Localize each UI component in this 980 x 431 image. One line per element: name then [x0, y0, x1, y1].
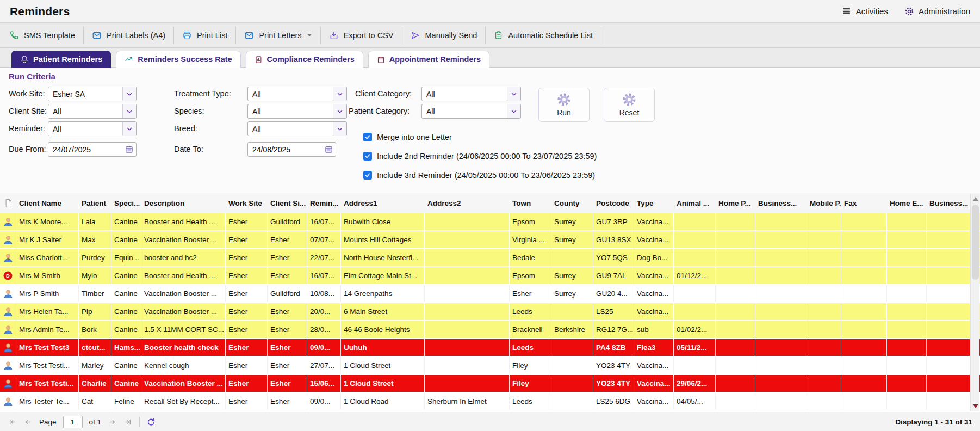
client-site-select[interactable]: All [48, 104, 137, 119]
previous-page-button[interactable] [23, 417, 33, 427]
table-row[interactable]: Mrs P SmithTimberCanineVaccination Boost… [0, 285, 980, 303]
column-header[interactable]: Client Name [16, 193, 79, 213]
column-header[interactable]: Speci... [111, 193, 141, 213]
table-row[interactable]: Mrs Admin Te...BorkCanine1.5 X 11MM CORT… [0, 321, 980, 339]
date-to-input[interactable] [248, 145, 321, 154]
chevron-down-icon[interactable] [122, 87, 136, 101]
print-list-button[interactable]: Print List [174, 27, 236, 44]
table-row[interactable]: Mrs Helen Ta...PipCanineVaccination Boos… [0, 303, 980, 321]
column-header[interactable]: Client Si... [268, 193, 307, 213]
table-cell: Dog Bo... [634, 249, 674, 266]
run-button[interactable]: Run [538, 88, 590, 122]
activities-button[interactable]: Activities [841, 6, 888, 16]
include-3rd-reminder-checkbox[interactable]: Include 3rd Reminder (24/05/2025 00:00 T… [363, 171, 595, 180]
column-header[interactable]: Work Site [226, 193, 268, 213]
table-cell: Mrs Admin Te... [16, 321, 79, 338]
table-cell [716, 213, 755, 230]
table-cell: 29/06/2... [674, 375, 716, 392]
table-cell [927, 231, 970, 248]
manually-send-button[interactable]: Manually Send [402, 27, 486, 44]
calendar-picker-icon[interactable] [122, 145, 136, 154]
table-cell: Esher [226, 393, 268, 410]
select-all-column[interactable] [0, 193, 16, 213]
column-header[interactable]: County [551, 193, 593, 213]
row-icon-cell [0, 249, 16, 266]
chevron-down-icon[interactable] [507, 104, 520, 118]
table-cell: PA4 8ZB [593, 339, 634, 356]
checkbox-checked-icon[interactable] [363, 133, 372, 141]
tab-reminders-success-rate[interactable]: Reminders Success Rate [116, 51, 240, 68]
vertical-scrollbar[interactable] [970, 194, 979, 411]
column-header[interactable]: Type [634, 193, 674, 213]
client-category-value: All [422, 87, 507, 101]
table-cell [887, 231, 927, 248]
species-select[interactable]: All [247, 104, 347, 119]
tab-compliance-reminders[interactable]: Compliance Reminders [246, 51, 363, 68]
table-cell [755, 303, 807, 320]
column-header[interactable]: Business... [755, 193, 807, 213]
column-header[interactable]: Patient [79, 193, 111, 213]
table-cell: Leeds [510, 393, 551, 410]
column-header[interactable]: Address1 [341, 193, 425, 213]
merge-into-one-letter-checkbox[interactable]: Merge into one Letter [363, 133, 452, 141]
automatic-schedule-list-button[interactable]: Automatic Schedule List [486, 27, 601, 44]
chevron-down-icon[interactable] [122, 122, 136, 136]
table-row[interactable]: Mrs Test Testi...MarleyCanineKennel coug… [0, 357, 980, 375]
table-row[interactable]: DMrs M SmithMyloCanineBooster and Health… [0, 267, 980, 285]
include-2nd-reminder-checkbox[interactable]: Include 2nd Reminder (24/06/2025 00:00 T… [363, 152, 597, 161]
checkbox-checked-icon[interactable] [363, 152, 372, 161]
checkbox-checked-icon[interactable] [363, 171, 372, 180]
calendar-picker-icon[interactable] [321, 145, 336, 154]
reminder-select[interactable]: All [48, 121, 137, 136]
export-to-csv-button[interactable]: Export to CSV [321, 27, 402, 44]
chevron-down-icon[interactable] [333, 104, 346, 118]
breed-select[interactable]: All [247, 121, 347, 136]
column-header[interactable]: Mobile P... [807, 193, 841, 213]
table-cell: Charlie [79, 375, 111, 392]
column-header[interactable]: Home P... [716, 193, 755, 213]
work-site-select[interactable]: Esher SA [48, 87, 137, 101]
table-row[interactable]: Mrs K Moore...LalaCanineBooster and Heal… [0, 213, 980, 231]
refresh-button[interactable] [146, 417, 156, 427]
administration-button[interactable]: Administration [904, 7, 970, 16]
table-cell: 16/07... [307, 213, 341, 230]
chevron-down-icon[interactable] [122, 104, 136, 118]
chevron-down-icon[interactable] [507, 87, 520, 101]
print-letters-button[interactable]: Print Letters [236, 27, 320, 44]
table-row[interactable]: Mrs Test Testi...CharlieCanineVaccinatio… [0, 375, 980, 393]
column-header[interactable]: Fax [841, 193, 887, 213]
last-page-button[interactable] [123, 417, 133, 427]
sms-template-button[interactable]: SMS Template [1, 27, 84, 44]
treatment-type-select[interactable]: All [247, 87, 347, 101]
table-row[interactable]: Mrs Tester Te...CatFelineRecall Set By R… [0, 393, 980, 411]
scroll-down-arrow-icon[interactable] [971, 402, 980, 411]
table-cell [807, 303, 841, 320]
scroll-up-arrow-icon[interactable] [971, 194, 980, 204]
chevron-down-icon[interactable] [333, 122, 346, 136]
row-icon-cell [0, 285, 16, 302]
due-from-input[interactable] [48, 145, 122, 154]
tab-patient-reminders[interactable]: Patient Reminders [11, 51, 111, 68]
reset-button[interactable]: Reset [604, 88, 655, 122]
scrollbar-thumb[interactable] [972, 205, 979, 280]
page-input[interactable] [63, 416, 83, 428]
client-category-select[interactable]: All [421, 87, 521, 101]
column-header[interactable]: Description [141, 193, 226, 213]
column-header[interactable]: Animal ... [674, 193, 716, 213]
tab-appointment-reminders[interactable]: Appointment Reminders [368, 51, 489, 68]
column-header[interactable]: Home E... [887, 193, 927, 213]
patient-category-select[interactable]: All [421, 104, 521, 119]
table-row[interactable]: Mr K J SalterMaxCanineVaccination Booste… [0, 231, 980, 249]
table-row[interactable]: Miss Charlott...PurdeyEquin...booster an… [0, 249, 980, 267]
row-icon-cell [0, 375, 16, 392]
next-page-button[interactable] [108, 417, 117, 427]
table-row[interactable]: Mrs Test Test3ctcut...Hams...Booster hea… [0, 339, 980, 357]
column-header[interactable]: Postcode [593, 193, 634, 213]
column-header[interactable]: Business... [927, 193, 970, 213]
column-header[interactable]: Remin... [307, 193, 341, 213]
column-header[interactable]: Address2 [425, 193, 510, 213]
column-header[interactable]: Town [510, 193, 551, 213]
first-page-button[interactable] [8, 417, 17, 427]
chevron-down-icon[interactable] [333, 87, 346, 101]
print-labels-a4-button[interactable]: Print Labels (A4) [84, 27, 174, 44]
